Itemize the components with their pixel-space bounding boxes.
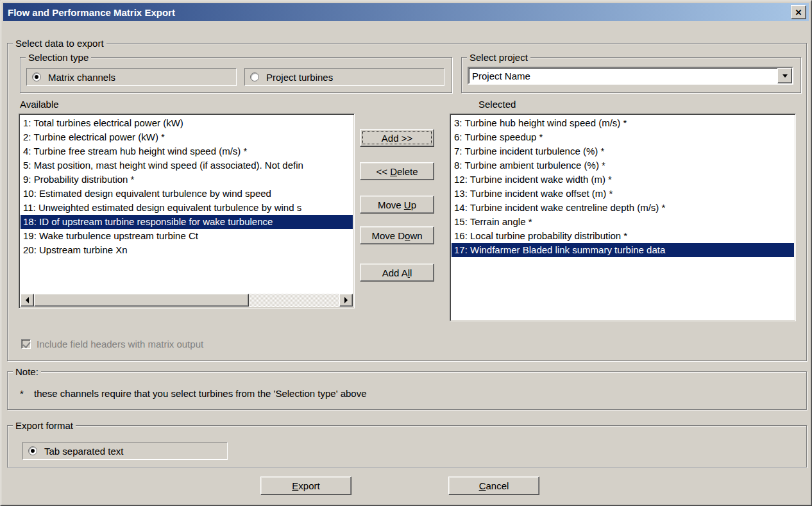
add-button-label: Add >> [382,133,412,144]
scrollbar-right-button[interactable] [339,294,353,307]
list-item[interactable]: 2: Turbine electrical power (kW) * [21,130,353,144]
project-dropdown[interactable]: Project Name [468,67,793,85]
scrollbar-thumb[interactable] [34,294,249,307]
list-item-selected[interactable]: 17: Windfarmer Bladed link summary turbi… [452,243,794,257]
list-item[interactable]: 5: Mast position, mast height wind speed… [21,158,353,173]
list-item-selected[interactable]: 18: ID of upstream turbine responsible f… [21,215,353,229]
group-select-data-label: Select data to export [13,37,106,49]
note-asterisk: * [20,388,34,399]
dialog-title: Flow and Performance Matrix Export [8,7,791,18]
list-item[interactable]: 8: Turbine ambient turbulence (%) * [452,158,794,173]
radio-icon[interactable] [250,72,259,81]
selected-rows: 3: Turbine hub height wind speed (m/s) *… [452,116,794,257]
list-item[interactable]: 3: Turbine hub height wind speed (m/s) * [452,116,794,130]
export-button[interactable]: Export [260,476,351,495]
radio-icon[interactable] [32,72,41,81]
list-item[interactable]: 14: Turbine incident wake centreline dep… [452,201,794,215]
selected-list-label: Selected [478,99,516,110]
dialog-flow-performance-matrix-export: Flow and Performance Matrix Export ✕ Sel… [0,0,812,506]
project-dropdown-value: Project Name [469,71,777,81]
list-item[interactable]: 6: Turbine speedup * [452,130,794,144]
list-item[interactable]: 9: Probability distribution * [21,173,353,187]
available-rows: 1: Total turbines electrical power (kW) … [21,116,353,257]
add-button[interactable]: Add >> [360,129,434,147]
delete-button[interactable]: << Delete [360,162,434,180]
group-note-label: Note: [13,366,41,378]
move-down-button[interactable]: Move Down [360,226,434,244]
list-item[interactable]: 15: Terrain angle * [452,215,794,229]
dropdown-arrow-button[interactable] [777,68,792,83]
list-item[interactable]: 13: Turbine incident wake offset (m) * [452,187,794,201]
horizontal-scrollbar[interactable] [21,294,353,307]
scrollbar-left-button[interactable] [21,294,34,307]
move-up-button[interactable]: Move Up [360,196,434,214]
radio-label: Project turbines [266,72,333,83]
arrow-right-icon [344,297,348,303]
note-text: *these channels require that you select … [20,388,367,399]
radio-option-project-turbines[interactable]: Project turbines [244,68,444,86]
radio-icon[interactable] [28,446,37,455]
list-item[interactable]: 4: Turbine free stream hub height wind s… [21,144,353,158]
group-selection-type-label: Selection type [26,51,91,63]
radio-label: Matrix channels [48,72,115,83]
group-export-format-label: Export format [13,419,76,432]
radio-option-tab-separated-text[interactable]: Tab separated text [22,442,228,460]
title-bar[interactable]: Flow and Performance Matrix Export ✕ [3,3,809,21]
list-item[interactable]: 7: Turbine incident turbulence (%) * [452,144,794,158]
selected-listbox[interactable]: 3: Turbine hub height wind speed (m/s) *… [450,114,796,321]
available-listbox[interactable]: 1: Total turbines electrical power (kW) … [19,114,355,308]
note-body: these channels require that you select t… [34,388,367,399]
close-icon: ✕ [795,8,802,17]
include-headers-checkbox[interactable]: Include field headers with matrix output [21,339,203,350]
available-list-label: Available [20,99,59,110]
checkbox-icon[interactable] [21,339,31,349]
add-all-button[interactable]: Add All [360,264,434,282]
list-item[interactable]: 12: Turbine incident wake width (m) * [452,173,794,187]
cancel-button[interactable]: Cancel [448,476,539,495]
list-item[interactable]: 20: Upstream turbine Xn [21,243,353,257]
list-item[interactable]: 16: Local turbine probability distributi… [452,229,794,243]
radio-option-matrix-channels[interactable]: Matrix channels [26,68,237,86]
list-item[interactable]: 11: Unweighted estimated design equivale… [21,201,353,215]
chevron-down-icon [782,74,788,78]
close-button[interactable]: ✕ [791,5,806,19]
list-item[interactable]: 10: Estimated design equivalent turbulen… [21,187,353,201]
arrow-left-icon [26,297,29,303]
check-mark-icon [22,340,30,348]
list-item[interactable]: 1: Total turbines electrical power (kW) [21,116,353,130]
radio-label: Tab separated text [44,446,123,457]
list-item[interactable]: 19: Wake turbulence upstream turbine Ct [21,229,353,243]
include-headers-label: Include field headers with matrix output [37,339,203,350]
group-select-project-label: Select project [467,51,530,63]
